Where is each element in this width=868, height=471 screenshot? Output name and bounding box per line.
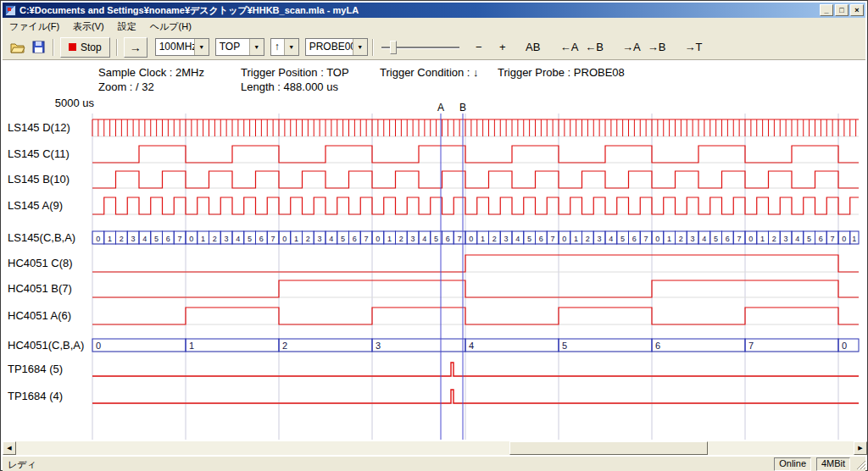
bus-value: 1 — [387, 235, 392, 243]
bus-value: 6 — [446, 235, 450, 243]
bus-cell — [279, 339, 372, 352]
window-title: C:¥Documents and Settings¥noname¥デスクトップ¥… — [19, 4, 818, 17]
bus-value: 0 — [748, 235, 753, 243]
goto-a-left-button[interactable]: ←A — [557, 38, 582, 57]
scrollbar-thumb[interactable] — [509, 441, 708, 455]
scroll-left-arrow[interactable]: ◀ — [3, 441, 16, 455]
bus-value: 4 — [609, 235, 613, 243]
floppy-disk-icon — [32, 41, 45, 53]
bus-value: 6 — [726, 235, 730, 243]
waveform-plot[interactable]: 0123456701234567012345670123456701234567… — [1, 114, 868, 440]
bus-value: 5 — [341, 235, 345, 243]
bus-value: 0 — [842, 235, 846, 243]
chevron-down-icon[interactable]: ▼ — [284, 39, 298, 55]
scroll-right-arrow[interactable]: ▶ — [854, 441, 867, 455]
bus-value: 4 — [795, 235, 799, 243]
bus-value: 1 — [667, 235, 671, 243]
bus-value: 2 — [306, 235, 310, 243]
bus-cell — [92, 339, 186, 352]
trigger-edge-select[interactable]: ↑ ▼ — [270, 38, 299, 56]
bus-value: 4 — [329, 235, 333, 243]
bus-value: 6 — [166, 235, 170, 243]
bus-value: 6 — [539, 235, 543, 243]
bus-value: 0 — [562, 235, 566, 243]
bus-value: 1 — [294, 235, 298, 243]
bus-value: 5 — [154, 235, 159, 243]
zoom-in-button[interactable]: + — [491, 38, 515, 57]
bus-cell — [372, 339, 465, 352]
cursor-a-label[interactable]: A — [435, 102, 447, 114]
horizontal-scrollbar[interactable]: ◀ ▶ — [3, 441, 867, 455]
bus-value: 3 — [376, 341, 381, 351]
stop-label: Stop — [81, 42, 102, 53]
bus-value: 3 — [411, 235, 415, 243]
resize-grip[interactable] — [854, 458, 865, 469]
bus-value: 0 — [189, 235, 193, 243]
bus-value: 2 — [213, 235, 217, 243]
bus-value: 2 — [772, 235, 776, 243]
status-ready-text: レディ — [8, 458, 36, 471]
bus-value: 4 — [236, 235, 240, 243]
bus-value: 7 — [271, 235, 275, 243]
menu-bar: ファイル(F) 表示(V) 設定 ヘルプ(H) — [3, 18, 865, 35]
bus-value: 1 — [852, 235, 856, 243]
chevron-down-icon[interactable]: ▼ — [249, 39, 264, 55]
close-button[interactable]: × — [850, 4, 864, 16]
bus-value: 3 — [784, 235, 788, 243]
zoom-out-button[interactable]: − — [467, 38, 491, 57]
ab-button[interactable]: AB — [521, 38, 545, 57]
bus-value: 0 — [842, 341, 847, 351]
status-memory-badge: 4MBit — [816, 457, 850, 471]
menu-view[interactable]: 表示(V) — [66, 19, 111, 35]
bus-value: 3 — [131, 235, 136, 243]
bus-value: 7 — [748, 341, 754, 351]
bus-value: 3 — [504, 235, 509, 243]
bus-value: 2 — [492, 235, 497, 243]
bus-cell — [652, 339, 745, 352]
sample-rate-select[interactable]: 100MHz ▼ — [155, 38, 209, 56]
goto-a-right-button[interactable]: →A — [619, 38, 644, 57]
bus-value: 5 — [434, 235, 438, 243]
toolbar: Stop → 100MHz ▼ TOP ▼ ↑ ▼ PROBE00 ▼ − + … — [3, 35, 865, 60]
waveform-trace — [92, 363, 859, 376]
save-button[interactable] — [28, 38, 48, 57]
bus-value: 4 — [142, 235, 147, 243]
bus-value: 4 — [702, 235, 706, 243]
open-file-button[interactable] — [8, 38, 28, 57]
stop-button[interactable]: Stop — [60, 37, 110, 58]
waveform-trace — [92, 390, 859, 403]
goto-trigger-button[interactable]: →T — [681, 38, 705, 57]
bus-value: 7 — [551, 235, 555, 243]
trigger-probe-select[interactable]: PROBE00 ▼ — [305, 38, 368, 56]
chevron-down-icon[interactable]: ▼ — [353, 39, 367, 55]
maximize-button[interactable]: □ — [835, 4, 849, 16]
stop-icon — [69, 43, 76, 51]
bus-value: 4 — [469, 341, 474, 351]
goto-b-left-button[interactable]: ←B — [581, 38, 607, 57]
waveform-trace — [92, 171, 859, 188]
app-icon — [5, 5, 16, 16]
trigger-position-select[interactable]: TOP ▼ — [215, 38, 264, 56]
goto-b-right-button[interactable]: →B — [644, 38, 670, 57]
waveform-trace — [92, 255, 859, 272]
menu-settings[interactable]: 設定 — [111, 19, 143, 35]
run-button[interactable]: → — [124, 37, 147, 58]
bus-value: 4 — [515, 235, 520, 243]
bus-cell — [465, 339, 559, 352]
bus-value: 5 — [562, 341, 567, 351]
trigger-position-value: TOP — [216, 39, 249, 55]
menu-help[interactable]: ヘルプ(H) — [143, 19, 198, 35]
time-scale-label: 5000 us — [26, 97, 94, 109]
minimize-button[interactable]: _ — [820, 4, 833, 16]
zoom-slider-thumb[interactable] — [390, 41, 397, 54]
bus-value: 7 — [178, 235, 182, 243]
waveform-trace — [92, 308, 859, 324]
trigger-position-text: Trigger Position : TOP — [241, 66, 349, 79]
cursor-b-label[interactable]: B — [457, 102, 469, 114]
bus-value: 3 — [691, 235, 695, 243]
bus-cell — [745, 339, 838, 352]
zoom-slider[interactable] — [381, 38, 459, 57]
bus-value: 3 — [318, 235, 322, 243]
menu-file[interactable]: ファイル(F) — [3, 19, 66, 35]
chevron-down-icon[interactable]: ▼ — [194, 39, 209, 55]
